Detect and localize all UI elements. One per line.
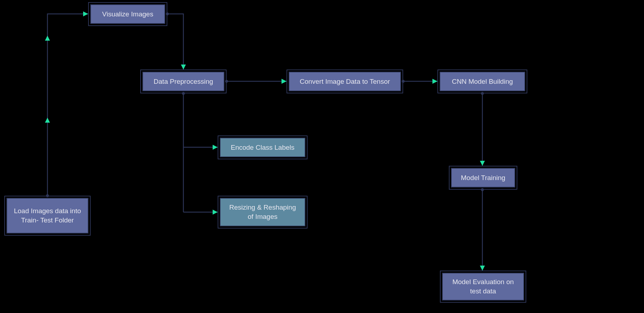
node-convert-tensor: Convert Image Data to Tensor — [289, 72, 401, 91]
svg-point-6 — [225, 80, 228, 83]
node-label: Convert Image Data to Tensor — [300, 77, 390, 86]
svg-point-10 — [182, 92, 185, 95]
node-data-preprocessing: Data Preprocessing — [142, 72, 224, 91]
node-label: Load Images data into Train- Test Folder — [13, 206, 82, 225]
node-label: CNN Model Building — [452, 77, 513, 86]
svg-marker-7 — [282, 79, 286, 84]
svg-marker-12 — [213, 210, 218, 215]
diagram-canvas: Load Images data into Train- Test Folder… — [0, 0, 644, 313]
node-label: Model Evaluation on test data — [448, 277, 518, 296]
node-label: Data Preprocessing — [154, 77, 213, 86]
svg-point-8 — [402, 80, 405, 83]
svg-point-13 — [481, 92, 484, 95]
node-model-evaluation: Model Evaluation on test data — [442, 273, 524, 301]
svg-marker-1 — [45, 118, 50, 123]
node-label: Encode Class Labels — [231, 143, 295, 152]
node-load-images: Load Images data into Train- Test Folder — [6, 198, 88, 234]
edges-layer — [0, 0, 644, 313]
svg-point-15 — [481, 188, 484, 191]
svg-marker-5 — [181, 65, 186, 70]
node-resize-reshape: Resizing & Reshaping of Images — [220, 198, 305, 226]
node-label: Visualize Images — [102, 10, 153, 19]
svg-point-4 — [166, 12, 169, 15]
node-visualize: Visualize Images — [90, 4, 165, 24]
svg-marker-14 — [480, 161, 485, 166]
svg-point-0 — [46, 194, 49, 197]
svg-marker-3 — [83, 11, 88, 16]
node-label: Model Training — [461, 173, 506, 183]
svg-marker-11 — [213, 145, 218, 150]
node-label: Resizing & Reshaping of Images — [226, 203, 299, 221]
node-model-training: Model Training — [451, 168, 515, 188]
svg-marker-16 — [480, 266, 485, 271]
svg-marker-9 — [432, 79, 437, 84]
svg-marker-2 — [45, 36, 50, 41]
node-cnn-model: CNN Model Building — [440, 72, 525, 91]
node-encode-labels: Encode Class Labels — [220, 138, 305, 157]
